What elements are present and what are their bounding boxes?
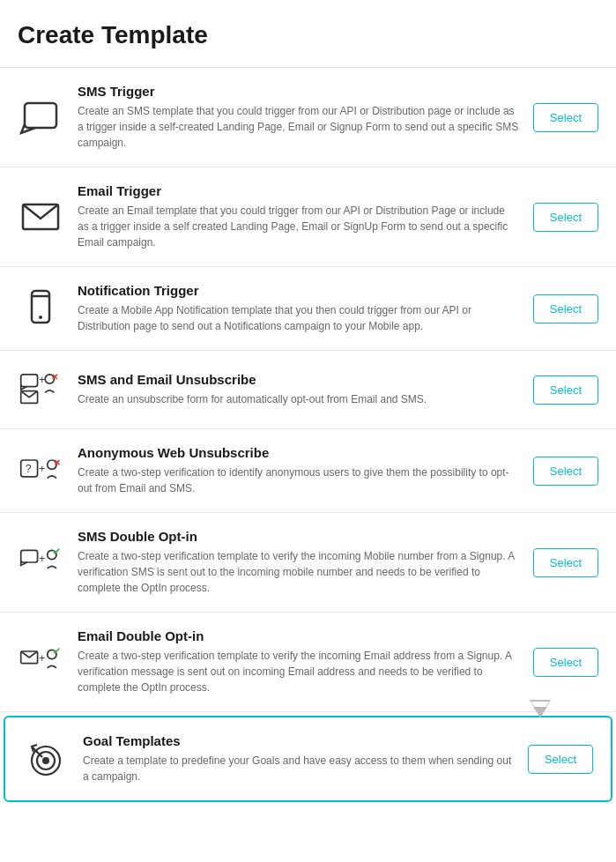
sms-email-unsubscribe-select-button[interactable]: Select <box>533 375 598 405</box>
sms-double-optin-name: SMS Double Opt-in <box>78 529 519 544</box>
svg-text:+: + <box>39 553 45 565</box>
email-double-optin-select-button[interactable]: Select <box>533 648 598 677</box>
svg-text:+: + <box>39 374 45 386</box>
sms-double-optin-select-button[interactable]: Select <box>533 548 598 577</box>
sms-double-optin-content: SMS Double Opt-in Create a two-step veri… <box>78 529 519 596</box>
notification-trigger-desc: Create a Mobile App Notification templat… <box>78 302 519 334</box>
notification-trigger-select-button[interactable]: Select <box>533 294 598 323</box>
email-trigger-icon <box>18 194 63 240</box>
sms-email-unsubscribe-name: SMS and Email Unsubscribe <box>78 372 519 387</box>
email-trigger-name: Email Trigger <box>78 183 519 198</box>
email-double-optin-icon: + <box>18 639 63 685</box>
sms-trigger-icon <box>18 94 63 140</box>
page-header: Create Template <box>0 0 616 68</box>
notification-trigger-content: Notification Trigger Create a Mobile App… <box>78 283 519 334</box>
template-item-sms-trigger: SMS Trigger Create an SMS template that … <box>0 68 616 167</box>
svg-rect-5 <box>21 375 38 387</box>
goal-templates-content: Goal Templates Create a template to pred… <box>83 733 514 784</box>
goal-templates-select-button[interactable]: Select <box>528 745 593 774</box>
template-item-notification-trigger: Notification Trigger Create a Mobile App… <box>0 267 616 351</box>
arrow-down-indicator <box>528 695 553 723</box>
svg-point-28 <box>42 757 49 764</box>
sms-trigger-content: SMS Trigger Create an SMS template that … <box>78 84 519 151</box>
notification-trigger-icon <box>18 286 63 331</box>
goal-templates-name: Goal Templates <box>83 733 514 748</box>
goal-templates-icon <box>23 736 69 782</box>
anon-web-unsubscribe-name: Anonymous Web Unsubscribe <box>78 445 519 460</box>
template-item-sms-double-optin: + SMS Double Opt-in Create a two-step ve… <box>0 513 616 613</box>
svg-rect-17 <box>21 550 38 562</box>
goal-templates-desc: Create a template to predefine your Goal… <box>83 753 514 784</box>
template-item-email-trigger: Email Trigger Create an Email template t… <box>0 167 616 267</box>
svg-point-19 <box>48 550 56 559</box>
sms-double-optin-icon: + <box>18 539 63 585</box>
template-item-email-double-optin: + Email Double Opt-in Create a two-step … <box>0 613 616 712</box>
template-item-anon-web-unsubscribe: ? + Anonymous Web Unsubscribe Create a t… <box>0 429 616 513</box>
sms-email-unsubscribe-desc: Create an unsubscribe form for automatic… <box>78 391 519 407</box>
items-list: SMS Trigger Create an SMS template that … <box>0 68 616 862</box>
svg-text:+: + <box>39 652 45 665</box>
anon-web-unsubscribe-content: Anonymous Web Unsubscribe Create a two-s… <box>78 445 519 496</box>
email-trigger-desc: Create an Email template that you could … <box>78 203 519 250</box>
sms-double-optin-desc: Create a two-step verification template … <box>78 548 519 596</box>
email-double-optin-name: Email Double Opt-in <box>78 628 519 643</box>
svg-rect-0 <box>25 103 56 128</box>
notification-trigger-name: Notification Trigger <box>78 283 519 298</box>
email-double-optin-desc: Create a two-step verification template … <box>78 648 519 695</box>
sms-trigger-select-button[interactable]: Select <box>533 103 598 132</box>
svg-text:?: ? <box>26 463 32 475</box>
sms-email-unsubscribe-content: SMS and Email Unsubscribe Create an unsu… <box>78 372 519 407</box>
page-title: Create Template <box>18 21 598 49</box>
email-trigger-content: Email Trigger Create an Email template t… <box>78 183 519 250</box>
template-item-goal-templates: Goal Templates Create a template to pred… <box>4 716 612 802</box>
svg-text:+: + <box>39 463 45 475</box>
email-trigger-select-button[interactable]: Select <box>533 203 598 232</box>
sms-email-unsubscribe-icon: + <box>18 367 63 412</box>
svg-point-3 <box>39 316 42 319</box>
sms-trigger-desc: Create an SMS template that you could tr… <box>78 103 519 151</box>
page-container: Create Template SMS Trigger Create an SM… <box>0 0 616 862</box>
template-item-sms-email-unsubscribe: + SMS and Email Unsubscribe Create an un… <box>0 351 616 429</box>
svg-point-22 <box>48 650 56 658</box>
anon-web-unsubscribe-select-button[interactable]: Select <box>533 457 598 486</box>
anon-web-unsubscribe-desc: Create a two-step verification to identi… <box>78 464 519 496</box>
anon-web-unsubscribe-icon: ? + <box>18 448 63 494</box>
svg-marker-25 <box>533 707 547 717</box>
sms-trigger-name: SMS Trigger <box>78 84 519 99</box>
email-double-optin-content: Email Double Opt-in Create a two-step ve… <box>78 628 519 695</box>
